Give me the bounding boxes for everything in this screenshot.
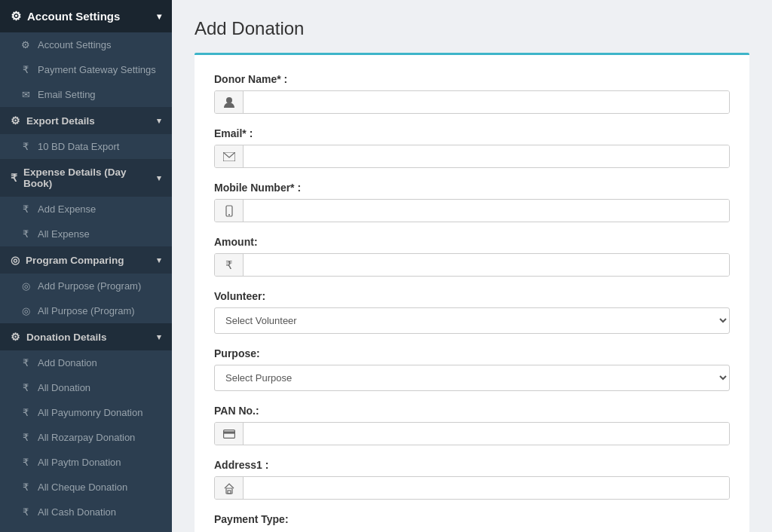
page-title: Add Donation	[195, 18, 749, 39]
sidebar: ⚙ Account Settings ▾ ⚙ Account Settings …	[0, 0, 172, 532]
sidebar-item-label: Email Setting	[38, 89, 96, 100]
sidebar-header-chevron: ▾	[157, 11, 161, 22]
rupee-icon: ₹	[20, 141, 32, 152]
sidebar-item-payment-gateway[interactable]: ₹ Payment Gateway Settings	[0, 57, 172, 82]
email-icon	[215, 145, 244, 167]
pan-input-wrapper	[214, 422, 730, 445]
rupee-icon: ₹	[20, 203, 32, 215]
donor-name-label: Donor Name* :	[214, 73, 730, 85]
pan-label: PAN No.:	[214, 405, 730, 417]
purpose-select[interactable]: Select Purpose	[214, 365, 730, 391]
section-label: Expense Details (Day Book)	[23, 167, 157, 189]
rupee-icon: ₹	[20, 228, 32, 240]
sidebar-item-all-cheque[interactable]: ₹ All Cheque Donation	[0, 475, 172, 500]
donor-name-group: Donor Name* :	[214, 73, 730, 114]
mobile-group: Mobile Number* :	[214, 182, 730, 222]
gear-icon: ⚙	[11, 115, 20, 127]
address1-input[interactable]	[244, 477, 729, 499]
target-icon: ◎	[11, 254, 20, 266]
sidebar-item-label: All Cash Donation	[38, 506, 116, 518]
sidebar-item-all-paytm[interactable]: ₹ All Paytm Donation	[0, 450, 172, 475]
target-icon: ◎	[20, 305, 32, 316]
section-label: Donation Details	[26, 332, 107, 343]
chevron-down-icon: ▾	[157, 116, 161, 126]
amount-input-wrapper: ₹	[214, 253, 730, 277]
sidebar-item-label: Account Settings	[38, 39, 112, 50]
sidebar-item-label: Add Expense	[38, 203, 96, 215]
volunteer-group: Volunteer: Select Volunteer	[214, 290, 730, 334]
volunteer-label: Volunteer:	[214, 290, 730, 302]
pan-group: PAN No.:	[214, 405, 730, 445]
volunteer-select[interactable]: Select Volunteer	[214, 307, 730, 334]
sidebar-item-10bd-export[interactable]: ₹ 10 BD Data Export	[0, 134, 172, 159]
mobile-input-wrapper	[214, 199, 730, 222]
sidebar-item-all-donation[interactable]: ₹ All Donation	[0, 375, 172, 400]
svg-rect-4	[223, 430, 234, 438]
section-label: Program Comparing	[26, 255, 124, 266]
sidebar-item-all-payumoney[interactable]: ₹ All Payumonry Donation	[0, 400, 172, 425]
sidebar-header[interactable]: ⚙ Account Settings ▾	[0, 0, 172, 32]
sidebar-section-expense-details[interactable]: ₹ Expense Details (Day Book) ▾	[0, 159, 172, 197]
sidebar-item-add-expense[interactable]: ₹ Add Expense	[0, 197, 172, 222]
svg-rect-5	[223, 432, 234, 433]
rupee-icon: ₹	[215, 254, 244, 276]
donor-name-input[interactable]	[244, 91, 729, 113]
sidebar-header-label: Account Settings	[27, 10, 120, 23]
chevron-down-icon: ▾	[157, 255, 161, 265]
amount-input[interactable]	[244, 254, 729, 276]
sidebar-item-label: All Purpose (Program)	[38, 305, 135, 316]
sidebar-item-label: All Expense	[38, 228, 90, 240]
sidebar-item-all-expense[interactable]: ₹ All Expense	[0, 222, 172, 246]
email-input[interactable]	[244, 145, 729, 167]
target-icon: ◎	[20, 280, 32, 292]
sidebar-section-export-details[interactable]: ⚙ Export Details ▾	[0, 107, 172, 134]
mobile-label: Mobile Number* :	[214, 182, 730, 194]
email-group: Email* :	[214, 127, 730, 168]
rupee-icon: ₹	[20, 407, 32, 418]
mobile-input[interactable]	[244, 200, 729, 222]
sidebar-item-all-purpose[interactable]: ◎ All Purpose (Program)	[0, 298, 172, 323]
email-input-wrapper	[214, 145, 730, 168]
rupee-icon: ₹	[20, 382, 32, 393]
sidebar-item-label: All Cheque Donation	[38, 482, 127, 493]
person-icon	[215, 91, 244, 113]
sidebar-item-label: Add Donation	[38, 357, 97, 368]
sidebar-item-add-donation[interactable]: ₹ Add Donation	[0, 350, 172, 375]
sidebar-item-add-purpose[interactable]: ◎ Add Purpose (Program)	[0, 274, 172, 298]
rupee-icon: ₹	[20, 457, 32, 468]
home-icon	[215, 477, 244, 499]
svg-rect-7	[228, 491, 231, 494]
sidebar-item-label: Payment Gateway Settings	[38, 64, 156, 75]
sidebar-item-label: All Payumonry Donation	[38, 407, 142, 418]
sidebar-item-label: Add Purpose (Program)	[38, 280, 141, 292]
section-label: Export Details	[26, 115, 95, 127]
address1-group: Address1 :	[214, 459, 730, 500]
sidebar-item-account-settings[interactable]: ⚙ Account Settings	[0, 32, 172, 57]
sidebar-item-all-razorpay[interactable]: ₹ All Rozarpay Donation	[0, 425, 172, 450]
gear-icon: ⚙	[11, 331, 20, 343]
address1-input-wrapper	[214, 476, 730, 500]
email-label: Email* :	[214, 127, 730, 139]
rupee-icon: ₹	[20, 482, 32, 493]
sidebar-item-email-setting[interactable]: ✉ Email Setting	[0, 82, 172, 107]
rupee-icon: ₹	[20, 357, 32, 368]
card-icon	[215, 423, 244, 445]
gear-icon: ⚙	[20, 39, 32, 50]
main-content: Add Donation Donor Name* : Email* :	[172, 0, 772, 532]
rupee-icon: ₹	[20, 432, 32, 443]
purpose-group: Purpose: Select Purpose	[214, 347, 730, 391]
address1-label: Address1 :	[214, 459, 730, 471]
sidebar-item-label: 10 BD Data Export	[38, 141, 119, 152]
payment-type-label: Payment Type:	[214, 513, 730, 525]
amount-label: Amount:	[214, 236, 730, 248]
pan-input[interactable]	[244, 423, 729, 445]
amount-group: Amount: ₹	[214, 236, 730, 277]
add-donation-form: Donor Name* : Email* : Mobile Number* :	[195, 53, 749, 532]
sidebar-item-all-cash[interactable]: ₹ All Cash Donation	[0, 500, 172, 524]
rupee-icon: ₹	[20, 506, 32, 518]
chevron-down-icon: ▾	[157, 332, 161, 342]
sidebar-section-donation-details[interactable]: ⚙ Donation Details ▾	[0, 323, 172, 350]
sidebar-section-program-comparing[interactable]: ◎ Program Comparing ▾	[0, 246, 172, 274]
sidebar-item-label: All Donation	[38, 382, 90, 393]
mobile-icon	[215, 200, 244, 222]
